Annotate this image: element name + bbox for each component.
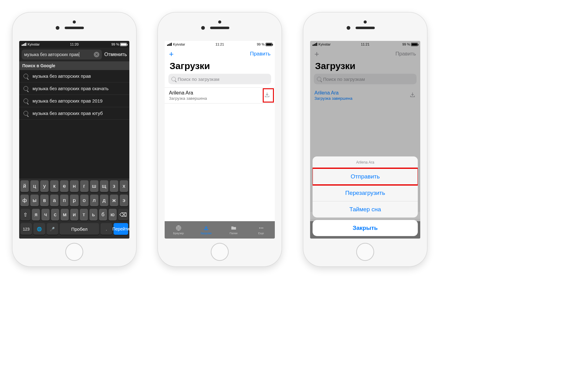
- battery-icon: [266, 43, 272, 46]
- download-subtitle: Загрузка завершена: [169, 96, 264, 101]
- downloads-search[interactable]: Поиск по загрузкам: [168, 74, 271, 84]
- key[interactable]: ш: [90, 180, 98, 192]
- key[interactable]: к: [50, 180, 58, 192]
- tab-label: Браузер: [173, 232, 184, 235]
- action-sheet: Arilena Ara Отправить Перезагрузить Тайм…: [313, 156, 418, 236]
- sheet-option-reload[interactable]: Перезагрузить: [313, 185, 418, 201]
- search-section-header: Поиск в Google: [19, 61, 129, 70]
- phone-frame-1: Kyivstar 11:20 99 % музыка без авторских…: [12, 12, 136, 266]
- search-placeholder: Поиск по загрузкам: [178, 77, 219, 82]
- edit-button[interactable]: Править: [250, 51, 270, 57]
- suggestion-text: музыка без авторских прав скачать: [32, 86, 109, 91]
- tab-downloads[interactable]: Загрузки: [192, 221, 220, 239]
- search-input[interactable]: музыка без авторских прав ✕: [22, 50, 102, 59]
- suggestion-text: музыка без авторских прав 2019: [32, 98, 102, 103]
- phone-frame-3: Kyivstar 11:21 99 % + Править Загрузки П…: [303, 12, 427, 266]
- home-button[interactable]: [211, 243, 229, 261]
- key[interactable]: т: [80, 209, 88, 221]
- cancel-button[interactable]: Отменить: [104, 52, 127, 57]
- home-button[interactable]: [65, 243, 83, 261]
- status-bar: Kyivstar 11:21 99 %: [165, 41, 275, 48]
- search-icon: [24, 86, 28, 91]
- carrier-label: Kyivstar: [28, 42, 40, 46]
- key[interactable]: с: [51, 209, 59, 221]
- key[interactable]: у: [40, 180, 49, 192]
- tab-label: Загрузки: [200, 232, 211, 235]
- key[interactable]: д: [100, 195, 108, 206]
- key[interactable]: о: [80, 195, 89, 206]
- screen-3: Kyivstar 11:21 99 % + Править Загрузки П…: [310, 41, 420, 239]
- key[interactable]: ж: [110, 195, 118, 206]
- suggestion-row[interactable]: музыка без авторских прав: [19, 70, 129, 82]
- key[interactable]: н: [70, 180, 78, 192]
- screen-2: Kyivstar 11:21 99 % + Править Загрузки П…: [165, 41, 275, 239]
- svg-point-3: [259, 227, 260, 228]
- key[interactable]: р: [70, 195, 78, 206]
- key[interactable]: ы: [30, 195, 39, 206]
- key[interactable]: х: [120, 180, 128, 192]
- tab-more[interactable]: Еще: [247, 221, 275, 239]
- globe-key[interactable]: 🌐: [33, 223, 45, 235]
- battery-pct: 99 %: [257, 42, 265, 46]
- sheet-header: Arilena Ara: [313, 156, 418, 169]
- home-button[interactable]: [356, 243, 374, 261]
- suggestion-text: музыка без авторских прав ютуб: [32, 111, 103, 116]
- mic-key[interactable]: 🎤: [47, 223, 58, 235]
- key[interactable]: б: [99, 209, 107, 221]
- key[interactable]: з: [110, 180, 118, 192]
- key[interactable]: ц: [30, 180, 39, 192]
- go-key[interactable]: Перейти: [114, 223, 128, 235]
- key[interactable]: ф: [20, 195, 29, 206]
- carrier-label: Kyivstar: [173, 42, 185, 46]
- phone-frame-2: Kyivstar 11:21 99 % + Править Загрузки П…: [158, 12, 282, 266]
- suggestion-row[interactable]: музыка без авторских прав 2019: [19, 95, 129, 107]
- shift-key[interactable]: ⇧: [20, 209, 30, 221]
- key[interactable]: е: [60, 180, 68, 192]
- key[interactable]: л: [90, 195, 98, 206]
- space-key[interactable]: Пробел: [60, 223, 99, 235]
- screen-1: Kyivstar 11:20 99 % музыка без авторских…: [19, 41, 129, 239]
- tab-bar: Браузер Загрузки Папки Еще: [165, 221, 275, 239]
- key[interactable]: ю: [109, 209, 117, 221]
- key[interactable]: щ: [100, 180, 108, 192]
- add-button[interactable]: +: [169, 50, 174, 58]
- sheet-close-button[interactable]: Закрыть: [313, 220, 418, 236]
- suggestion-row[interactable]: музыка без авторских прав ютуб: [19, 107, 129, 120]
- key[interactable]: г: [80, 180, 89, 192]
- key[interactable]: а: [50, 195, 58, 206]
- tab-browser[interactable]: Браузер: [165, 221, 192, 239]
- search-icon: [171, 77, 176, 81]
- battery-pct: 99 %: [111, 42, 119, 46]
- tab-folders[interactable]: Папки: [220, 221, 247, 239]
- backspace-key[interactable]: ⌫: [118, 209, 128, 221]
- period-key[interactable]: .: [101, 223, 112, 235]
- suggestion-text: музыка без авторских прав: [32, 73, 91, 79]
- tab-label: Папки: [230, 232, 237, 235]
- highlight-box: [263, 88, 274, 103]
- key[interactable]: м: [61, 209, 69, 221]
- search-bar-row: музыка без авторских прав ✕ Отменить: [19, 48, 129, 61]
- status-bar: Kyivstar 11:20 99 %: [19, 41, 129, 48]
- key[interactable]: ь: [89, 209, 97, 221]
- search-value: музыка без авторских прав: [24, 52, 79, 57]
- key[interactable]: э: [120, 195, 128, 206]
- sheet-option-send[interactable]: Отправить: [313, 169, 418, 185]
- clock: 11:20: [70, 42, 79, 46]
- key[interactable]: и: [70, 209, 78, 221]
- key[interactable]: в: [40, 195, 49, 206]
- nav-bar: + Править: [165, 48, 275, 60]
- battery-icon: [120, 43, 127, 46]
- key[interactable]: п: [60, 195, 68, 206]
- download-item[interactable]: Arilena Ara Загрузка завершена: [165, 87, 275, 103]
- svg-point-5: [262, 227, 263, 228]
- key[interactable]: я: [32, 209, 40, 221]
- clear-icon[interactable]: ✕: [94, 52, 99, 57]
- sheet-option-timer[interactable]: Таймер сна: [313, 201, 418, 217]
- page-title: Загрузки: [165, 60, 275, 74]
- key[interactable]: й: [20, 180, 29, 192]
- suggestion-row[interactable]: музыка без авторских прав скачать: [19, 82, 129, 95]
- key[interactable]: ч: [41, 209, 50, 221]
- clock: 11:21: [215, 42, 224, 46]
- numbers-key[interactable]: 123: [20, 223, 32, 235]
- signal-icon: [22, 43, 26, 46]
